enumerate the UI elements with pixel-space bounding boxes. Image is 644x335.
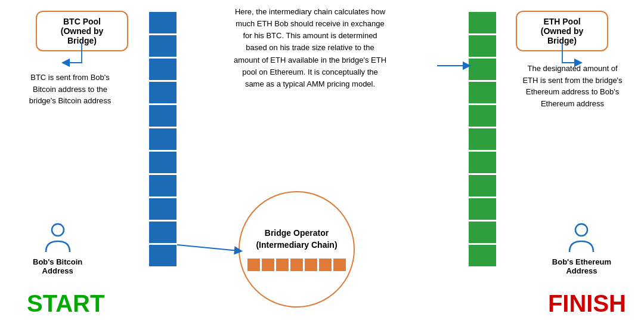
orange-block <box>333 259 346 271</box>
green-block <box>469 105 496 127</box>
blue-block <box>149 245 177 266</box>
orange-block <box>247 259 260 271</box>
eth-description: The designated amount of ETH is sent fro… <box>522 63 623 109</box>
blue-block <box>149 128 177 150</box>
person-icon-eth <box>566 222 596 255</box>
bob-btc-label: Bob's BitcoinAddress <box>33 257 82 275</box>
btc-pool-box: BTC Pool (Owned by Bridge) <box>36 11 128 51</box>
green-block <box>469 245 496 266</box>
green-block <box>469 198 496 220</box>
blue-block <box>149 175 177 196</box>
center-description: Here, the intermediary chain calculates … <box>233 6 388 90</box>
blue-block <box>149 152 177 173</box>
orange-blocks-row <box>247 259 346 271</box>
eth-pool-subtitle: (Owned by Bridge) <box>525 26 599 45</box>
eth-pool-box: ETH Pool (Owned by Bridge) <box>516 11 608 51</box>
green-block <box>469 82 496 103</box>
bob-ethereum-person: Bob's EthereumAddress <box>552 222 611 275</box>
blue-chain <box>149 12 177 266</box>
green-block <box>469 128 496 150</box>
blue-block <box>149 82 177 103</box>
diagram: BTC Pool (Owned by Bridge) ETH Pool (Own… <box>0 0 644 335</box>
green-block <box>469 12 496 33</box>
green-block <box>469 35 496 57</box>
blue-block <box>149 105 177 127</box>
svg-point-1 <box>575 224 587 236</box>
blue-block <box>149 222 177 243</box>
green-block <box>469 59 496 80</box>
orange-block <box>319 259 332 271</box>
orange-block <box>290 259 303 271</box>
orange-block <box>305 259 317 271</box>
btc-pool-title: BTC Pool <box>45 17 119 26</box>
green-block <box>469 175 496 196</box>
green-block <box>469 222 496 243</box>
orange-block <box>276 259 289 271</box>
orange-block <box>262 259 274 271</box>
finish-label: FINISH <box>548 290 626 317</box>
green-block <box>469 152 496 173</box>
eth-pool-title: ETH Pool <box>525 17 599 26</box>
svg-point-0 <box>52 224 64 236</box>
bob-bitcoin-person: Bob's BitcoinAddress <box>33 222 82 275</box>
btc-description: BTC is sent from Bob's Bitcoin address t… <box>24 72 116 107</box>
bob-eth-label: Bob's EthereumAddress <box>552 257 611 275</box>
blue-block <box>149 198 177 220</box>
bridge-operator-circle: Bridge Operator (Intermediary Chain) <box>239 191 355 308</box>
btc-pool-subtitle: (Owned by Bridge) <box>45 26 119 45</box>
operator-label: Bridge Operator (Intermediary Chain) <box>256 228 337 251</box>
person-icon-btc <box>43 222 73 255</box>
blue-block <box>149 59 177 80</box>
green-chain <box>469 12 496 266</box>
start-label: START <box>27 290 104 317</box>
blue-block <box>149 12 177 33</box>
blue-block <box>149 35 177 57</box>
